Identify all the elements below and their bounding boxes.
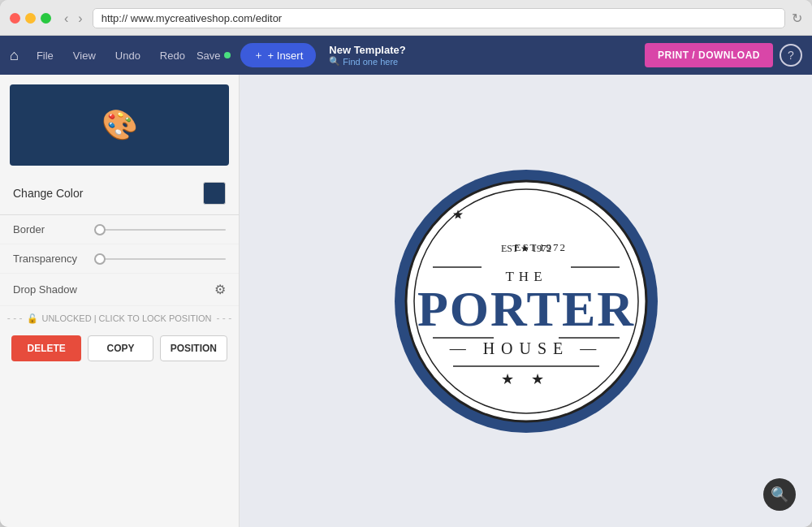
- zoom-button[interactable]: 🔍: [763, 478, 796, 511]
- change-color-label: Change Color: [13, 187, 83, 200]
- new-template-link[interactable]: 🔍 Find one here: [329, 56, 405, 67]
- border-slider[interactable]: [94, 229, 226, 231]
- transparency-slider-thumb[interactable]: [94, 253, 106, 265]
- drop-shadow-row: Drop Shadow ⚙: [0, 274, 239, 306]
- color-swatch[interactable]: [203, 182, 226, 205]
- address-bar[interactable]: http:// www.mycreativeshop.com/editor: [93, 8, 785, 28]
- insert-plus-icon: ＋: [253, 48, 264, 63]
- undo-button[interactable]: Undo: [107, 45, 149, 67]
- border-label: Border: [13, 223, 86, 235]
- transparency-slider[interactable]: [94, 258, 226, 260]
- house-text: — HOUSE —: [448, 339, 603, 357]
- lock-row: - - - 🔓 UNLOCKED | CLICK TO LOCK POSITIO…: [0, 306, 239, 330]
- minimize-button[interactable]: [25, 13, 36, 24]
- app-toolbar: ⌂ File View Undo Redo Save ＋ + Insert Ne…: [0, 36, 812, 75]
- traffic-lights: [10, 13, 51, 24]
- change-color-row: Change Color: [0, 175, 239, 215]
- color-preview-box[interactable]: 🎨: [10, 84, 229, 166]
- sidebar: 🎨 Change Color Border Transparency Drop: [0, 75, 240, 527]
- save-indicator: Save: [197, 50, 231, 62]
- zoom-icon: 🔍: [771, 486, 788, 503]
- url-text: http:// www.mycreativeshop.com/editor: [102, 12, 283, 24]
- toolbar-right: PRINT / DOWNLOAD ?: [645, 43, 802, 67]
- insert-label: + Insert: [268, 50, 304, 62]
- lock-dash-right: - - -: [217, 313, 232, 324]
- settings-icon[interactable]: ⚙: [214, 282, 226, 297]
- est-line: EST ★ 1972: [500, 243, 551, 254]
- border-row: Border: [0, 215, 239, 244]
- view-menu[interactable]: View: [65, 45, 104, 67]
- action-buttons: DELETE COPY POSITION: [0, 330, 239, 366]
- forward-button[interactable]: ›: [75, 11, 85, 27]
- transparency-row: Transparency: [0, 244, 239, 274]
- palette-icon: 🎨: [102, 108, 138, 142]
- help-button[interactable]: ?: [780, 44, 802, 67]
- back-button[interactable]: ‹: [61, 11, 71, 27]
- canvas-area: EST 1972 EST ★ 1972 THE PORTER: [240, 75, 812, 527]
- browser-chrome: ‹ › http:// www.mycreativeshop.com/edito…: [0, 0, 812, 36]
- nav-buttons: ‹ ›: [61, 11, 86, 27]
- porter-text: PORTER: [417, 281, 634, 336]
- logo-svg: EST 1972 EST ★ 1972 THE PORTER: [388, 163, 664, 439]
- new-template-promo: New Template? 🔍 Find one here: [329, 44, 405, 67]
- transparency-label: Transparency: [13, 253, 86, 265]
- file-menu[interactable]: File: [28, 45, 62, 67]
- border-slider-thumb[interactable]: [94, 224, 106, 235]
- print-download-button[interactable]: PRINT / DOWNLOAD: [645, 43, 773, 67]
- redo-button[interactable]: Redo: [152, 45, 193, 67]
- lock-icon: 🔓: [27, 313, 38, 324]
- drop-shadow-label: Drop Shadow: [13, 283, 77, 296]
- copy-button[interactable]: COPY: [88, 335, 153, 361]
- app-main: 🎨 Change Color Border Transparency Drop: [0, 75, 812, 527]
- save-label: Save: [197, 50, 221, 62]
- search-icon: 🔍: [329, 56, 340, 67]
- insert-button[interactable]: ＋ + Insert: [240, 43, 317, 67]
- lock-text[interactable]: 🔓 UNLOCKED | CLICK TO LOCK POSITION: [27, 313, 211, 324]
- maximize-button[interactable]: [41, 13, 51, 24]
- lock-dash-left: - - -: [7, 313, 23, 324]
- bottom-stars: ★ ★: [501, 371, 551, 387]
- home-icon[interactable]: ⌂: [10, 47, 19, 64]
- logo-container: EST 1972 EST ★ 1972 THE PORTER: [388, 163, 664, 439]
- position-button[interactable]: POSITION: [160, 335, 227, 361]
- close-button[interactable]: [10, 13, 20, 24]
- delete-button[interactable]: DELETE: [11, 335, 81, 361]
- save-dot: [224, 52, 231, 58]
- refresh-button[interactable]: ↻: [792, 11, 802, 26]
- new-template-title: New Template?: [329, 44, 405, 56]
